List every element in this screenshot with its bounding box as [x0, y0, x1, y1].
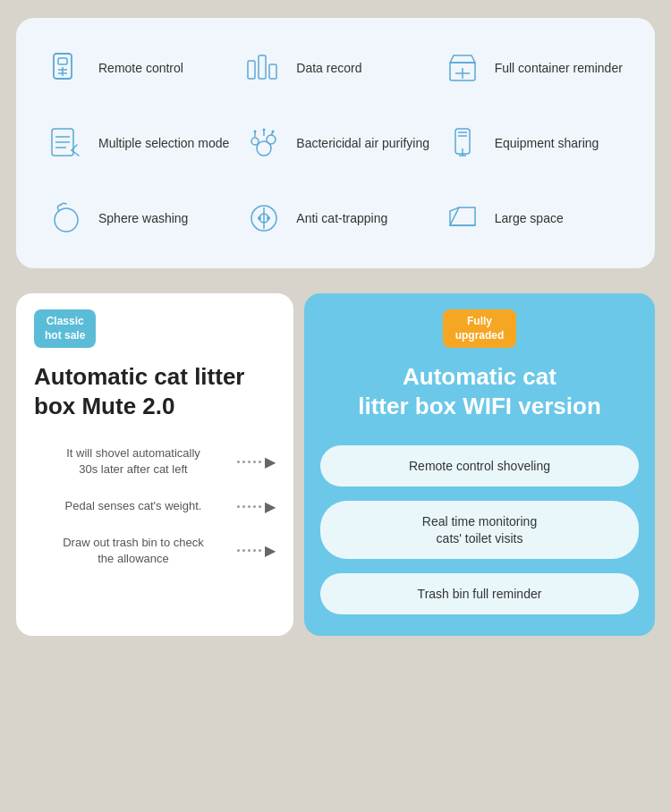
feature-large-space-label: Large space: [495, 210, 564, 226]
left-panel: Classichot sale Automatic cat litter box…: [16, 293, 293, 636]
bactericidal-icon: [241, 120, 287, 166]
feature-sphere-washing: Sphere washing: [43, 195, 232, 241]
svg-point-29: [55, 208, 78, 232]
svg-rect-1: [58, 58, 67, 64]
right-feature-2: Real time monitoringcats' toilet visits: [320, 501, 639, 558]
multiple-selection-icon: [43, 120, 89, 166]
classic-badge: Classichot sale: [34, 309, 96, 348]
feature-bactericidal: Bactericidal air purifying: [241, 120, 429, 166]
left-feature-3: Draw out trash bin to checkthe allowance: [34, 535, 233, 567]
connector-3: ▶: [233, 542, 279, 559]
anti-cat-trapping-icon: [241, 195, 287, 241]
feature-data-record-label: Data record: [296, 60, 361, 76]
upgraded-badge: Fullyupgraded: [443, 309, 517, 348]
svg-point-34: [267, 216, 270, 220]
remote-control-icon: [43, 45, 89, 91]
features-card: Remote control Data record: [16, 18, 655, 268]
feature-remote-control-label: Remote control: [98, 60, 183, 76]
feature-multiple-selection-label: Multiple selection mode: [98, 135, 229, 151]
svg-rect-7: [269, 64, 276, 79]
svg-point-21: [254, 131, 257, 133]
right-title: Automatic catlitter box WIFI version: [320, 362, 639, 420]
svg-point-22: [263, 129, 266, 131]
feature-remote-control: Remote control: [43, 45, 232, 91]
feature-data-record: Data record: [241, 45, 429, 91]
comp-row-2: Pedal senses cat's weight. ▶: [34, 498, 279, 515]
connector-2: ▶: [233, 498, 279, 515]
full-container-icon: [439, 45, 486, 91]
sphere-washing-icon: [43, 195, 89, 241]
feature-bactericidal-label: Bactericidal air purifying: [296, 135, 429, 151]
svg-point-16: [251, 138, 259, 145]
svg-point-17: [267, 135, 276, 144]
left-feature-1: It will shovel automatically30s later af…: [34, 445, 233, 478]
feature-full-container: Full container reminder: [439, 45, 628, 91]
comp-row-3: Draw out trash bin to checkthe allowance…: [34, 535, 279, 567]
left-title: Automatic cat litter box Mute 2.0: [34, 362, 279, 420]
feature-large-space: Large space: [439, 195, 628, 241]
feature-full-container-label: Full container reminder: [495, 60, 623, 76]
equipment-sharing-icon: [439, 120, 486, 166]
right-feature-3: Trash bin full reminder: [320, 573, 639, 614]
svg-rect-6: [259, 55, 266, 79]
right-feature-1: Remote control shoveling: [320, 445, 639, 486]
connector-1: ▶: [233, 453, 279, 470]
feature-anti-cat-trapping-label: Anti cat-trapping: [296, 210, 387, 226]
features-grid: Remote control Data record: [43, 45, 628, 241]
feature-sphere-washing-label: Sphere washing: [98, 210, 188, 226]
svg-point-33: [258, 216, 261, 220]
data-record-icon: [241, 45, 287, 91]
comp-row-1: It will shovel automatically30s later af…: [34, 445, 279, 478]
right-panel: Fullyupgraded Automatic catlitter box WI…: [304, 293, 655, 636]
large-space-icon: [439, 195, 486, 241]
comparison-section: Classichot sale Automatic cat litter box…: [16, 293, 655, 636]
feature-anti-cat-trapping: Anti cat-trapping: [241, 195, 429, 241]
svg-point-23: [272, 131, 275, 133]
left-feature-2: Pedal senses cat's weight.: [34, 498, 233, 514]
feature-multiple-selection: Multiple selection mode: [43, 120, 232, 166]
feature-equipment-sharing-label: Equipment sharing: [495, 135, 599, 151]
feature-equipment-sharing: Equipment sharing: [439, 120, 628, 166]
svg-rect-5: [248, 61, 255, 79]
right-features: Remote control shoveling Real time monit…: [320, 445, 639, 614]
